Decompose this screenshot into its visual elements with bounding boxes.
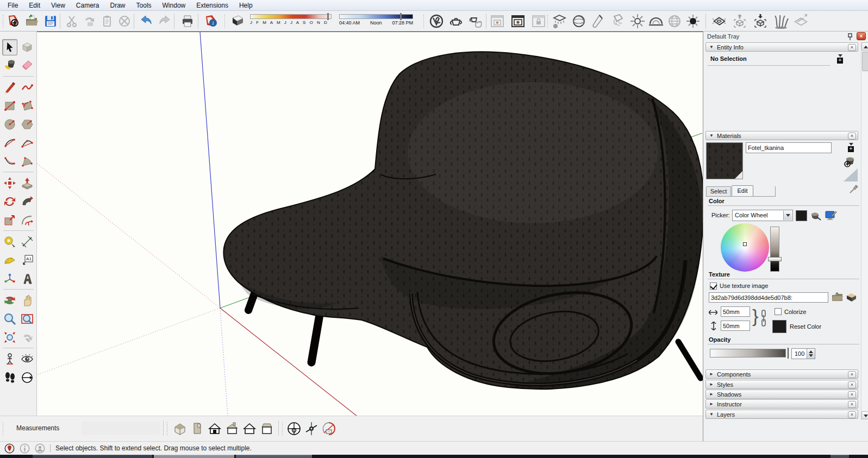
menu-draw[interactable]: Draw: [105, 1, 131, 10]
undo-button[interactable]: [138, 13, 154, 29]
texture-filename-input[interactable]: [709, 292, 828, 303]
rotated-rectangle-tool[interactable]: [20, 98, 35, 114]
dome-light-button[interactable]: [648, 13, 664, 29]
menu-edit[interactable]: Edit: [23, 1, 46, 10]
opacity-slider[interactable]: [710, 349, 786, 357]
section-shadows-header[interactable]: ► Shadows ×: [705, 390, 858, 399]
menu-extensions[interactable]: Extensions: [191, 1, 234, 10]
view-back-button[interactable]: [224, 421, 240, 437]
sphere-light-button[interactable]: [571, 13, 587, 29]
push-pull-tool[interactable]: [20, 175, 35, 191]
spot-light-button[interactable]: [590, 13, 607, 29]
rectangle-tool[interactable]: [2, 98, 17, 114]
opacity-spinner[interactable]: [807, 349, 815, 359]
polygon-tool[interactable]: [20, 116, 35, 133]
look-around-tool[interactable]: [20, 351, 35, 367]
vray-render-button[interactable]: [448, 13, 464, 29]
match-object-color-button[interactable]: [810, 210, 822, 222]
view-iso-button[interactable]: [172, 421, 188, 437]
tray-scrollbar[interactable]: [861, 42, 868, 419]
menu-window[interactable]: Window: [157, 1, 191, 10]
pin-icon[interactable]: [847, 33, 853, 41]
geolocation-icon[interactable]: [4, 443, 15, 454]
freehand-tool[interactable]: [20, 79, 35, 96]
shadow-time-slider[interactable]: 04:40 AM Noon 07:28 PM: [339, 14, 413, 26]
cut-button[interactable]: [64, 13, 80, 29]
proxy-export-button[interactable]: [752, 13, 769, 29]
new-button[interactable]: [5, 13, 22, 29]
select-tool[interactable]: [2, 39, 17, 55]
scroll-up-button[interactable]: [861, 42, 868, 51]
create-material-button[interactable]: [844, 155, 857, 167]
scale-tool[interactable]: [2, 212, 17, 228]
shadows-close-button[interactable]: ×: [848, 391, 856, 398]
view-front-button[interactable]: [207, 421, 223, 437]
tray-close-button[interactable]: ×: [857, 32, 866, 40]
value-slider-handle[interactable]: [768, 257, 782, 261]
move-tool[interactable]: [2, 175, 17, 191]
line-tool[interactable]: [2, 79, 17, 96]
materials-header[interactable]: ▼ Materials ×: [705, 131, 858, 140]
material-preview-thumbnail[interactable]: [706, 142, 743, 179]
view-left-button[interactable]: [241, 421, 258, 437]
current-color-swatch[interactable]: [796, 210, 807, 221]
vray-toolbar-handle[interactable]: [423, 14, 424, 28]
redo-button[interactable]: [157, 13, 173, 29]
print-button[interactable]: [179, 13, 196, 29]
views-toolbar-handle[interactable]: [166, 422, 168, 436]
section-plane-tool[interactable]: [20, 369, 35, 386]
pan-tool[interactable]: [20, 292, 35, 309]
dimension-tool[interactable]: [20, 234, 35, 250]
layers-collapse-icon[interactable]: ▼: [706, 412, 717, 417]
three-d-text-tool[interactable]: [20, 271, 35, 287]
two-point-arc-tool[interactable]: [20, 135, 35, 151]
walk-tool[interactable]: [2, 369, 17, 386]
edit-texture-button[interactable]: [846, 291, 857, 303]
omni-light-button[interactable]: [629, 13, 646, 29]
zoom-tool[interactable]: [2, 311, 17, 327]
pie-tool[interactable]: [20, 153, 35, 170]
shadows-expand-icon[interactable]: ►: [706, 392, 717, 397]
toolbar-drag-handle[interactable]: [2, 14, 4, 28]
entity-info-close-button[interactable]: ×: [848, 44, 856, 51]
scroll-down-button[interactable]: [861, 411, 868, 419]
vray-interactive-render-button[interactable]: [467, 13, 484, 29]
rotate-tool[interactable]: [2, 193, 17, 210]
vray-fb-button[interactable]: [489, 13, 505, 29]
paste-button[interactable]: [99, 13, 115, 29]
eraser-tool[interactable]: [20, 57, 35, 73]
styles-expand-icon[interactable]: ►: [706, 382, 717, 387]
vray-fb-active-button[interactable]: [510, 13, 526, 29]
protractor-tool[interactable]: [2, 252, 17, 268]
color-wheel[interactable]: [721, 223, 769, 272]
paint-bucket-tool[interactable]: [2, 57, 17, 73]
section-styles-header[interactable]: ► Styles ×: [705, 380, 858, 389]
omni-point-button[interactable]: [685, 13, 701, 29]
save-button[interactable]: [42, 13, 59, 29]
make-component-tool[interactable]: [20, 39, 35, 55]
tab-edit[interactable]: Edit: [732, 185, 753, 196]
copy-button[interactable]: [82, 13, 98, 29]
picker-dropdown-button[interactable]: [783, 211, 792, 220]
reset-color-swatch[interactable]: [772, 320, 786, 333]
rect-light-button[interactable]: [551, 13, 567, 29]
sphere-fill-button[interactable]: [666, 13, 683, 29]
armchair-model[interactable]: [223, 52, 703, 389]
section-components-header[interactable]: ► Components ×: [705, 369, 858, 379]
date-slider-thumb[interactable]: [327, 13, 329, 20]
layers-close-button[interactable]: ×: [848, 411, 856, 418]
zoom-window-tool[interactable]: [20, 311, 35, 327]
entity-info-collapse-icon[interactable]: ▼: [706, 45, 717, 49]
sample-paint-eyedropper[interactable]: [849, 184, 859, 194]
model-info-button[interactable]: i: [203, 13, 220, 29]
section-toolbar-handle[interactable]: [282, 422, 283, 436]
picker-combobox[interactable]: Color Wheel: [732, 210, 793, 221]
section-instructor-header[interactable]: ► Instructor ×: [705, 399, 858, 409]
menu-help[interactable]: Help: [234, 1, 258, 10]
tape-measure-tool[interactable]: [2, 234, 17, 250]
fur-button[interactable]: [773, 13, 789, 29]
components-expand-icon[interactable]: ►: [706, 372, 717, 377]
position-camera-tool[interactable]: [2, 351, 17, 367]
default-material-button[interactable]: [844, 168, 858, 181]
vray-options-button[interactable]: [428, 13, 445, 29]
